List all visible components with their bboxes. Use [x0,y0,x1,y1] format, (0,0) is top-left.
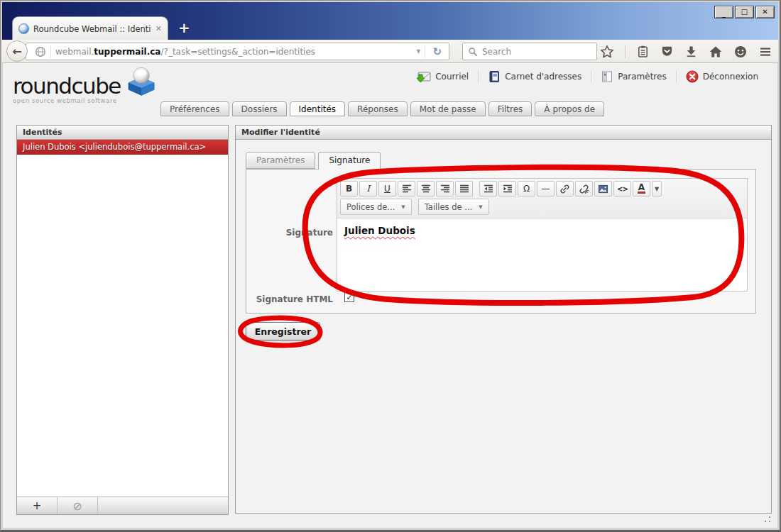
taskbar-label: Paramètres [618,72,666,82]
window-titlebar: Roundcube Webmail :: Identit... ✕ + _ □ … [2,2,778,40]
home-icon[interactable] [709,45,723,59]
hello-smiley-icon[interactable] [733,45,748,59]
identities-panel: Identités Julien Dubois <juliendubois@tu… [16,125,229,515]
signature-label: Signature [249,228,333,238]
mail-icon [415,71,431,83]
identity-list-item[interactable]: Julien Dubois <juliendubois@tuppermail.c… [17,140,228,155]
special-char-button[interactable]: Ω [518,181,535,196]
add-identity-button[interactable]: + [17,497,58,514]
signature-text: Julien Dubois [344,225,415,236]
bookmark-star-icon[interactable] [600,45,614,59]
logo-text: roundcube [13,75,121,96]
url-dropdown-icon[interactable]: ▼ [416,48,420,55]
font-size-dropdown[interactable]: Tailles de ...▼ [418,199,489,215]
italic-button[interactable]: I [359,181,377,196]
edit-panel-header: Modifier l'identité [236,126,771,140]
downloads-icon[interactable] [684,45,698,58]
maximize-button[interactable]: □ [735,6,754,18]
chevron-down-icon: ▼ [479,204,482,210]
link-button[interactable] [556,181,574,196]
close-button[interactable]: ✕ [755,6,775,18]
taskbar-label: Carnet d'adresses [505,72,581,82]
pocket-icon[interactable] [660,45,674,58]
tab-parameters[interactable]: Paramètres [246,152,315,169]
tab-preferences[interactable]: Préférences [160,101,229,116]
settings-icon [601,70,613,83]
signature-html-checkbox[interactable]: ✓ [344,292,354,302]
new-tab-button[interactable]: + [178,19,190,36]
logo-tagline: open source webmail software [13,97,159,104]
editor-toolbar: B I U Ω — [337,179,747,218]
browser-tab[interactable]: Roundcube Webmail :: Identit... ✕ [12,16,168,40]
tab-password[interactable]: Mot de passe [410,101,486,116]
image-button[interactable] [594,181,612,196]
tab-about[interactable]: À propos de [535,101,604,116]
tab-responses[interactable]: Réponses [348,101,408,116]
align-right-button[interactable] [436,181,454,196]
chevron-down-icon: ▼ [401,204,405,210]
roundcube-favicon-icon [18,23,29,34]
menu-hamburger-icon[interactable] [758,45,772,59]
horizontal-rule-button[interactable]: — [537,181,555,196]
edit-identity-panel: Modifier l'identité Paramètres Signature… [235,125,772,514]
tab-identities[interactable]: Identités [290,101,346,116]
justify-button[interactable] [455,181,473,196]
window-controls: _ □ ✕ [714,6,775,18]
bold-button[interactable]: B [340,181,358,196]
text-color-button[interactable]: A [633,181,650,196]
text-color-caret-icon[interactable]: ▼ [652,181,662,196]
taskbar-label: Déconnexion [703,72,758,82]
identities-panel-header: Identités [17,126,228,140]
font-family-dropdown[interactable]: Polices de...▼ [340,199,412,215]
taskbar-item-mail[interactable]: Courriel [406,71,478,83]
tab-folders[interactable]: Dossiers [232,101,287,116]
signature-html-label: Signature HTML [249,294,333,304]
search-input[interactable] [482,47,591,57]
search-box[interactable] [462,43,597,60]
identities-footer: + ⊘ [17,497,228,514]
taskbar-item-addressbook[interactable]: Carnet d'adresses [478,70,591,83]
delete-identity-button[interactable]: ⊘ [58,497,98,514]
search-icon [468,47,478,57]
indent-button[interactable] [498,181,516,196]
minimize-button[interactable]: _ [714,6,733,18]
align-left-button[interactable] [398,181,415,196]
taskbar-item-settings[interactable]: Paramètres [591,70,675,83]
toolbar-divider [625,45,626,58]
url-divider [425,45,425,57]
signature-content-area[interactable]: Julien Dubois [337,218,747,243]
align-center-button[interactable] [417,181,435,196]
taskbar-label: Courriel [435,72,469,82]
roundcube-page: roundcube open source webmail software [3,63,777,528]
globe-icon [35,46,46,57]
taskbar: Courriel Carnet d'adresses Paramètres Dé… [406,70,768,83]
tab-close-icon[interactable]: ✕ [155,24,162,33]
browser-window: Roundcube Webmail :: Identit... ✕ + _ □ … [0,0,781,532]
back-button[interactable]: ← [6,40,28,62]
url-divider [50,45,51,57]
save-button[interactable]: Enregistrer [246,322,320,340]
browser-tab-title: Roundcube Webmail :: Identit... [33,24,151,34]
url-text: webmail.tuppermail.ca/?_task=settings&_a… [55,47,315,57]
identity-subtabs: Paramètres Signature [246,152,381,170]
roundcube-cube-icon [124,65,159,96]
tab-filters[interactable]: Filtres [488,101,532,116]
outdent-button[interactable] [479,181,497,196]
signature-fieldset: Signature B I U [246,169,756,314]
logout-icon [686,70,699,83]
settings-tabs: Préférences Dossiers Identités Réponses … [160,101,604,116]
source-code-button[interactable]: <> [613,181,631,196]
tab-signature[interactable]: Signature [318,152,381,170]
roundcube-logo: roundcube open source webmail software [13,65,159,104]
resize-grip[interactable] [764,516,771,523]
url-bar[interactable]: webmail.tuppermail.ca/?_task=settings&_a… [26,43,449,60]
bookmarks-menu-icon[interactable] [636,45,650,58]
signature-editor: B I U Ω — [337,178,748,292]
taskbar-item-logout[interactable]: Déconnexion [676,70,768,83]
reload-icon[interactable]: ↻ [430,45,444,58]
browser-toolbar: ← webmail.tuppermail.ca/?_task=settings&… [2,40,778,63]
underline-button[interactable]: U [378,181,396,196]
address-book-icon [488,70,501,83]
unlink-button[interactable] [575,181,593,196]
